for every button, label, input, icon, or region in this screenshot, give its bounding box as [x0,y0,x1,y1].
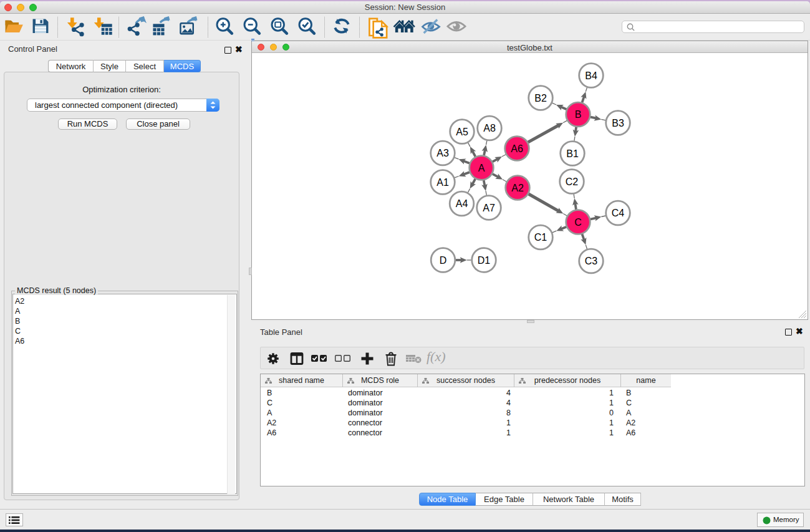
svg-text:C1: C1 [534,232,547,243]
svg-text:A2: A2 [511,183,524,193]
svg-text:C2: C2 [566,177,579,187]
svg-text:C4: C4 [612,208,625,218]
svg-text:A5: A5 [456,127,468,137]
svg-text:A7: A7 [483,203,495,213]
svg-text:B4: B4 [585,70,597,81]
svg-text:A3: A3 [436,148,449,158]
svg-text:A: A [478,163,485,173]
svg-text:B2: B2 [534,93,547,104]
svg-text:A8: A8 [483,123,496,133]
svg-text:B3: B3 [612,118,624,128]
svg-text:D: D [440,255,447,266]
svg-text:B: B [575,109,582,120]
svg-text:D1: D1 [478,255,491,266]
svg-text:A4: A4 [456,198,468,209]
svg-text:A6: A6 [511,143,523,154]
svg-text:C: C [574,217,582,228]
svg-text:B1: B1 [566,148,579,159]
svg-text:C3: C3 [585,256,598,266]
svg-text:A1: A1 [436,177,449,188]
